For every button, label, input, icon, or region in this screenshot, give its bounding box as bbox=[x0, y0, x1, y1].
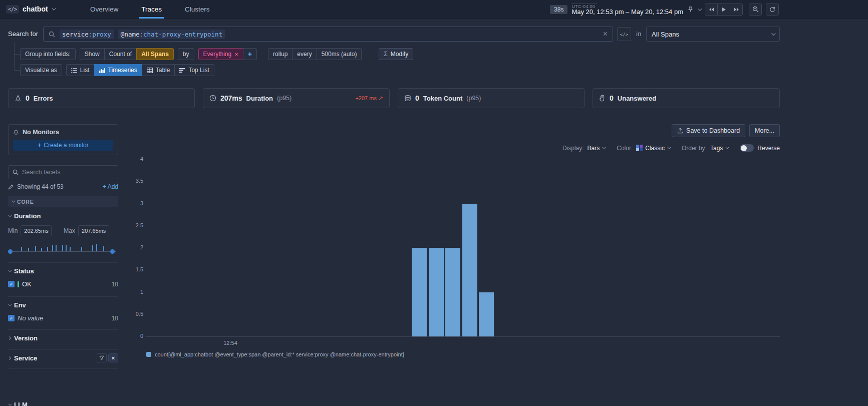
chart-bar[interactable] bbox=[445, 248, 460, 336]
filter-icon[interactable] bbox=[97, 353, 107, 362]
display-dropdown[interactable]: Bars bbox=[588, 145, 605, 152]
unanswered-card[interactable]: 0 Unanswered bbox=[593, 88, 780, 108]
remove-group-by-icon[interactable]: × bbox=[234, 51, 238, 58]
create-monitor-button[interactable]: + Create a monitor bbox=[13, 140, 113, 151]
facet-env-header[interactable]: Env bbox=[8, 301, 118, 309]
checkbox-checked[interactable]: ✓ bbox=[8, 281, 15, 287]
status-ok-label[interactable]: OK bbox=[22, 280, 32, 288]
slider-handle-left[interactable] bbox=[8, 249, 13, 254]
time-span-badge[interactable]: 38s bbox=[550, 5, 567, 14]
group-by-chip[interactable]: Everything × bbox=[198, 48, 243, 60]
token-count-card[interactable]: 0 Token Count (p95) bbox=[398, 88, 585, 108]
chart-bar[interactable] bbox=[412, 248, 427, 336]
errors-label: Errors bbox=[34, 95, 53, 102]
play-button[interactable] bbox=[717, 4, 730, 16]
status-ok-row: ✓ OK 10 bbox=[8, 280, 118, 288]
tab-overview[interactable]: Overview bbox=[90, 0, 118, 19]
checkbox-checked[interactable]: ✓ bbox=[8, 315, 15, 321]
show-label[interactable]: Show bbox=[80, 48, 105, 60]
version-facet-label: Version bbox=[14, 334, 38, 342]
group-by-value: Everything bbox=[203, 51, 232, 58]
count-of-dropdown[interactable]: Count of bbox=[104, 48, 137, 60]
arrow-up-right-icon: ↗ bbox=[378, 95, 383, 102]
chart-actions: Save to Dashboard More... bbox=[672, 124, 780, 137]
raw-query-toggle[interactable]: </> bbox=[617, 27, 631, 41]
duration-min-input[interactable]: 202.65ms bbox=[21, 225, 52, 236]
display-value: Bars bbox=[588, 145, 600, 152]
add-facet-button[interactable]: + Add bbox=[103, 183, 118, 190]
timeseries-chart: 12:54 count[@ml_app:chatbot @event_type:… bbox=[126, 155, 780, 365]
time-range-picker[interactable]: UTC-04:00 May 20, 12:53 pm – May 20, 12:… bbox=[571, 4, 683, 16]
facet-version-header[interactable]: Version bbox=[8, 334, 118, 342]
order-by-dropdown[interactable]: Tags bbox=[710, 145, 728, 152]
pencil-icon[interactable] bbox=[8, 184, 14, 190]
histogram-bar bbox=[70, 247, 71, 251]
rollup-label[interactable]: rollup bbox=[268, 48, 293, 60]
visualize-as-label: Visualize as bbox=[20, 64, 62, 76]
plus-icon: + bbox=[38, 142, 41, 149]
slider-handle-right[interactable] bbox=[110, 249, 115, 254]
skip-forward-button[interactable] bbox=[730, 4, 743, 16]
facet-search-box bbox=[8, 165, 118, 179]
rollup-interval-dropdown[interactable]: 500ms (auto) bbox=[317, 48, 362, 60]
pin-icon[interactable] bbox=[687, 6, 694, 13]
refresh-icon[interactable] bbox=[766, 4, 779, 16]
viz-timeseries-button[interactable]: Timeseries bbox=[94, 64, 142, 76]
env-novalue-label[interactable]: No value bbox=[18, 314, 43, 322]
search-input[interactable]: service:proxy @name:chat-proxy-entrypoin… bbox=[43, 27, 613, 42]
histogram-bar bbox=[62, 245, 63, 251]
zoom-out-icon[interactable] bbox=[749, 4, 762, 16]
viz-list-button[interactable]: List bbox=[66, 64, 95, 76]
chart-legend[interactable]: count[@ml_app:chatbot @event_type:span @… bbox=[146, 351, 404, 357]
by-label[interactable]: by bbox=[178, 48, 194, 60]
modify-button[interactable]: Σ Modify bbox=[379, 48, 413, 60]
core-section-header[interactable]: CORE bbox=[8, 196, 118, 207]
chevron-down-icon bbox=[12, 199, 15, 203]
facet-duration-header[interactable]: Duration bbox=[8, 212, 118, 220]
playback-buttons bbox=[705, 4, 743, 16]
facet-status-header[interactable]: Status bbox=[8, 267, 118, 275]
search-icon bbox=[13, 169, 19, 175]
viz-type-group: List Timeseries Table Top List bbox=[66, 64, 214, 76]
tab-traces[interactable]: Traces bbox=[141, 0, 162, 19]
facet-search-input[interactable] bbox=[22, 169, 102, 176]
clear-filter-icon[interactable]: × bbox=[108, 353, 118, 362]
chevron-down-icon bbox=[8, 303, 12, 306]
rollup-every-label[interactable]: every bbox=[292, 48, 317, 60]
skip-back-button[interactable] bbox=[705, 4, 718, 16]
token-count-suffix: (p95) bbox=[466, 95, 481, 102]
duration-max-input[interactable]: 207.65ms bbox=[78, 225, 109, 236]
group-into-fields-button[interactable]: Group into fields: bbox=[20, 48, 76, 60]
fire-icon bbox=[15, 95, 22, 102]
query-token-colon: : bbox=[89, 31, 93, 38]
chevron-down-icon bbox=[8, 402, 12, 406]
group-by-group: Everything × + bbox=[198, 48, 257, 60]
chart-bar[interactable] bbox=[429, 248, 444, 336]
histogram-bar bbox=[35, 246, 36, 251]
reverse-toggle[interactable] bbox=[740, 144, 754, 152]
time-range-text: May 20, 12:53 pm – May 20, 12:54 pm bbox=[571, 8, 683, 16]
viz-toplist-button[interactable]: Top List bbox=[174, 64, 214, 76]
clear-search-icon[interactable]: × bbox=[603, 30, 608, 38]
facet-service-header[interactable]: Service × bbox=[8, 353, 118, 362]
scope-dropdown[interactable]: All Spans bbox=[646, 27, 780, 42]
viz-table-button[interactable]: Table bbox=[142, 64, 175, 76]
facet-llm-header[interactable]: LLM bbox=[8, 401, 118, 406]
measure-dropdown[interactable]: All Spans bbox=[136, 48, 174, 60]
save-to-dashboard-button[interactable]: Save to Dashboard bbox=[672, 124, 745, 137]
env-novalue-count: 10 bbox=[112, 315, 118, 322]
chart-bar[interactable] bbox=[462, 204, 477, 337]
duration-card[interactable]: 207ms Duration (p95) +207 ms ↗ bbox=[203, 88, 390, 108]
chevron-down-icon[interactable] bbox=[698, 7, 702, 11]
visualize-controls: Visualize as List Timeseries Table Top L… bbox=[20, 64, 214, 76]
more-button[interactable]: More... bbox=[749, 124, 780, 137]
divider bbox=[8, 262, 118, 263]
app-switcher[interactable]: </> chatbot bbox=[6, 5, 55, 14]
y-axis-tick-label: 1 bbox=[126, 289, 143, 295]
duration-facet-label: Duration bbox=[14, 212, 41, 220]
chart-bar[interactable] bbox=[479, 292, 494, 337]
add-group-by-button[interactable]: + bbox=[243, 48, 257, 60]
tab-clusters[interactable]: Clusters bbox=[185, 0, 210, 19]
color-dropdown[interactable]: Classic bbox=[636, 145, 670, 152]
errors-card[interactable]: 0 Errors bbox=[8, 88, 195, 108]
